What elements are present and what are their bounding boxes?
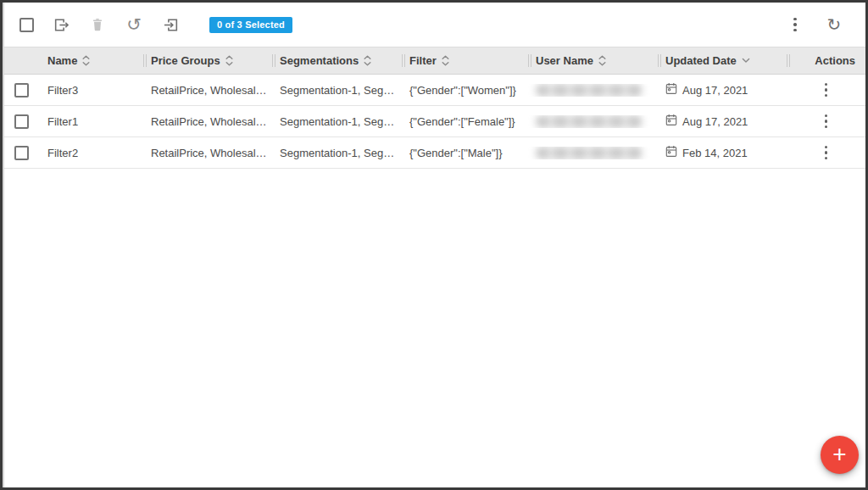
cell-segmentations: Segmentation-1, Segmentati... [272, 115, 402, 128]
column-label: Name [47, 54, 77, 67]
column-header-segmentations[interactable]: Segmentations [272, 47, 402, 74]
row-actions-menu-button[interactable] [819, 146, 834, 160]
table-header-row: Name Price Groups Segmentation [3, 47, 865, 75]
plus-icon: + [832, 443, 846, 466]
refresh-icon: ↻ [827, 16, 842, 33]
user-email-redacted [536, 84, 643, 97]
calendar-icon [665, 114, 677, 129]
sort-both-icon[interactable] [82, 55, 90, 66]
updated-date-text: Aug 17, 2021 [682, 84, 748, 97]
filters-table: Name Price Groups Segmentation [3, 47, 865, 169]
column-divider[interactable] [658, 54, 661, 67]
sort-both-icon[interactable] [364, 55, 371, 66]
row-actions-menu-button[interactable] [819, 114, 834, 129]
add-filter-fab[interactable]: + [821, 436, 859, 474]
row-checkbox[interactable] [14, 146, 29, 160]
calendar-icon [665, 145, 677, 160]
cell-segmentations: Segmentation-1, Segmentati... [272, 84, 402, 97]
table-body: Filter3 RetailPrice, WholesalePrice Segm… [3, 75, 865, 169]
cell-filter: {"Gender":["Female"]} [402, 115, 528, 128]
cell-name: Filter3 [40, 84, 143, 97]
cell-price-groups: RetailPrice, WholesalePrice [143, 115, 272, 128]
undo-button[interactable]: ↺ [125, 15, 143, 34]
import-button[interactable] [161, 15, 180, 34]
cell-user-name [528, 84, 658, 97]
refresh-button[interactable]: ↻ [825, 15, 843, 34]
cell-user-name [528, 147, 658, 159]
column-header-name[interactable]: Name [40, 47, 143, 74]
cell-updated-date: Aug 17, 2021 [658, 114, 787, 129]
cell-user-name [528, 115, 658, 128]
cell-filter: {"Gender":["Women"]} [402, 84, 528, 97]
user-email-redacted [536, 115, 643, 128]
sort-both-icon[interactable] [442, 55, 449, 66]
more-options-button[interactable] [787, 18, 803, 32]
cell-actions [787, 146, 865, 160]
undo-icon: ↺ [126, 16, 142, 34]
kebab-icon [825, 83, 828, 86]
user-email-redacted [536, 147, 643, 159]
column-header-user-name[interactable]: User Name [528, 47, 658, 74]
sort-desc-icon[interactable] [742, 58, 750, 64]
trash-icon [89, 16, 106, 33]
sort-both-icon[interactable] [598, 55, 606, 66]
cell-name: Filter2 [40, 147, 143, 159]
updated-date-text: Aug 17, 2021 [682, 115, 748, 128]
header-checkbox-spacer [3, 47, 40, 74]
calendar-icon [665, 82, 677, 97]
cell-updated-date: Aug 17, 2021 [658, 82, 787, 97]
kebab-icon [793, 18, 797, 21]
row-checkbox-cell [3, 146, 40, 160]
row-checkbox-cell [3, 114, 40, 129]
cell-price-groups: RetailPrice, WholesalePrice [143, 84, 272, 97]
kebab-icon [825, 114, 828, 118]
select-all-checkbox[interactable] [19, 18, 34, 32]
app-window: ↺ 0 of 3 Selected ↻ [0, 0, 868, 490]
cell-price-groups: RetailPrice, WholesalePrice [143, 147, 272, 159]
selection-count-badge: 0 of 3 Selected [209, 17, 292, 33]
column-label: Segmentations [280, 54, 359, 67]
cell-filter: {"Gender":["Male"]} [402, 147, 528, 159]
toolbar: ↺ 0 of 3 Selected ↻ [3, 3, 865, 47]
table-row: Filter2 RetailPrice, WholesalePrice Segm… [3, 137, 865, 169]
column-label: Filter [409, 54, 437, 67]
column-divider[interactable] [402, 54, 405, 67]
table-row: Filter3 RetailPrice, WholesalePrice Segm… [3, 75, 865, 106]
column-label: User Name [536, 54, 593, 67]
sort-both-icon[interactable] [225, 55, 233, 66]
row-actions-menu-button[interactable] [819, 83, 834, 97]
toolbar-left-group: ↺ 0 of 3 Selected [19, 15, 292, 34]
cell-segmentations: Segmentation-1, Segmentati... [272, 147, 402, 159]
import-icon [162, 16, 180, 34]
column-label: Price Groups [151, 54, 220, 67]
export-button[interactable] [52, 15, 70, 34]
toolbar-right-group: ↻ [787, 15, 843, 34]
table-row: Filter1 RetailPrice, WholesalePrice Segm… [3, 106, 865, 137]
export-icon [53, 16, 70, 34]
column-header-filter[interactable]: Filter [402, 47, 528, 74]
row-checkbox[interactable] [14, 114, 29, 129]
delete-button[interactable] [88, 15, 107, 34]
updated-date-text: Feb 14, 2021 [682, 147, 748, 159]
column-divider[interactable] [272, 54, 275, 67]
cell-actions [787, 114, 865, 129]
cell-actions [787, 83, 865, 97]
row-checkbox[interactable] [14, 83, 29, 97]
row-checkbox-cell [3, 83, 40, 97]
column-divider[interactable] [528, 54, 531, 67]
cell-updated-date: Feb 14, 2021 [658, 145, 787, 160]
column-label: Actions [815, 54, 855, 67]
column-label: Updated Date [665, 54, 737, 67]
cell-name: Filter1 [40, 115, 143, 128]
column-header-updated-date[interactable]: Updated Date [658, 47, 787, 74]
kebab-icon [825, 146, 828, 149]
column-header-price-groups[interactable]: Price Groups [143, 47, 272, 74]
column-divider[interactable] [143, 54, 147, 67]
column-header-actions: Actions [787, 47, 865, 74]
column-divider[interactable] [787, 54, 790, 67]
